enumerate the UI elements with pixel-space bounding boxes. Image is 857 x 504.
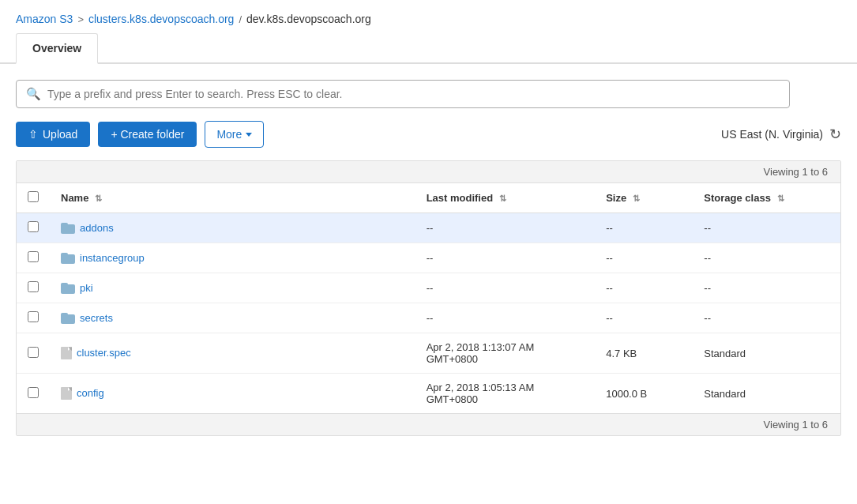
row-storage-class: -- — [693, 303, 840, 333]
header-last-modified[interactable]: Last modified ⇅ — [415, 183, 596, 213]
breadcrumb-sep2: / — [239, 13, 242, 25]
folder-icon — [61, 283, 75, 294]
region-label: US East (N. Virginia) — [721, 128, 823, 141]
breadcrumb: Amazon S3 > clusters.k8s.devopscoach.org… — [0, 0, 857, 33]
more-button[interactable]: More — [205, 121, 264, 148]
row-last-modified: -- — [415, 213, 596, 243]
row-checkbox-cell — [17, 333, 50, 374]
table-row: secrets------ — [17, 303, 840, 333]
header-checkbox-cell — [17, 183, 50, 213]
row-checkbox[interactable] — [28, 221, 39, 232]
row-checkbox[interactable] — [28, 387, 39, 398]
upload-icon: ⇧ — [28, 128, 38, 141]
row-storage-class: Standard — [693, 374, 840, 414]
row-name-cell: instancegroup — [50, 243, 415, 273]
row-name-link[interactable]: addons — [80, 222, 114, 234]
header-storage-label: Storage class — [704, 192, 771, 204]
header-modified-label: Last modified — [427, 192, 494, 204]
header-name[interactable]: Name ⇅ — [50, 183, 415, 213]
create-folder-button[interactable]: + Create folder — [98, 122, 197, 147]
breadcrumb-amazon-s3[interactable]: Amazon S3 — [16, 13, 73, 25]
row-checkbox-cell — [17, 374, 50, 414]
row-name-link[interactable]: instancegroup — [80, 252, 145, 264]
row-checkbox-cell — [17, 243, 50, 273]
row-name-link[interactable]: cluster.spec — [77, 347, 131, 359]
row-last-modified: -- — [415, 243, 596, 273]
header-size-label: Size — [606, 192, 626, 204]
header-size[interactable]: Size ⇅ — [595, 183, 693, 213]
table-row: pki------ — [17, 273, 840, 303]
table-row: addons------ — [17, 213, 840, 243]
upload-label: Upload — [43, 128, 77, 141]
viewing-bottom: Viewing 1 to 6 — [17, 413, 840, 435]
row-name-cell: secrets — [50, 303, 415, 333]
row-checkbox-cell — [17, 213, 50, 243]
row-name-link[interactable]: pki — [80, 282, 93, 294]
search-input[interactable] — [47, 88, 780, 100]
name-sort-icon: ⇅ — [95, 194, 102, 204]
modified-sort-icon: ⇅ — [499, 194, 506, 204]
file-icon — [61, 347, 72, 359]
header-name-label: Name — [61, 192, 88, 204]
row-name-link[interactable]: secrets — [80, 312, 113, 324]
tabs-bar: Overview — [0, 33, 857, 64]
breadcrumb-current: dev.k8s.devopscoach.org — [246, 13, 371, 25]
row-size: 1000.0 B — [595, 374, 693, 414]
table-row: cluster.specApr 2, 2018 1:13:07 AM GMT+0… — [17, 333, 840, 374]
row-name-cell: cluster.spec — [50, 333, 415, 374]
folder-icon — [61, 253, 75, 264]
region-info: US East (N. Virginia) ↻ — [721, 126, 841, 143]
chevron-down-icon — [246, 133, 252, 137]
row-last-modified: -- — [415, 273, 596, 303]
search-icon: 🔍 — [26, 87, 41, 101]
row-last-modified: -- — [415, 303, 596, 333]
row-storage-class: -- — [693, 213, 840, 243]
row-checkbox-cell — [17, 273, 50, 303]
row-storage-class: -- — [693, 273, 840, 303]
row-name-cell: addons — [50, 213, 415, 243]
row-storage-class: Standard — [693, 333, 840, 374]
select-all-checkbox[interactable] — [28, 191, 39, 202]
row-storage-class: -- — [693, 243, 840, 273]
create-folder-label: + Create folder — [111, 128, 184, 141]
tab-overview[interactable]: Overview — [16, 33, 98, 64]
refresh-button[interactable]: ↻ — [829, 126, 841, 143]
upload-button[interactable]: ⇧ Upload — [16, 122, 90, 147]
row-last-modified: Apr 2, 2018 1:05:13 AM GMT+0800 — [415, 374, 596, 414]
row-checkbox[interactable] — [28, 311, 39, 322]
row-size: -- — [595, 213, 693, 243]
table-row: instancegroup------ — [17, 243, 840, 273]
row-size: 4.7 KB — [595, 333, 693, 374]
row-checkbox[interactable] — [28, 251, 39, 262]
storage-sort-icon: ⇅ — [777, 194, 784, 204]
folder-icon — [61, 223, 75, 234]
row-name-cell: config — [50, 374, 415, 414]
file-icon — [61, 387, 72, 400]
table-row: configApr 2, 2018 1:05:13 AM GMT+0800100… — [17, 374, 840, 414]
row-checkbox[interactable] — [28, 347, 39, 358]
row-name-link[interactable]: config — [77, 387, 104, 399]
row-size: -- — [595, 243, 693, 273]
more-label: More — [216, 128, 242, 141]
row-size: -- — [595, 303, 693, 333]
search-bar: 🔍 — [16, 80, 790, 108]
main-content: 🔍 ⇧ Upload + Create folder More US East … — [0, 64, 857, 452]
breadcrumb-clusters[interactable]: clusters.k8s.devopscoach.org — [88, 13, 234, 25]
viewing-top: Viewing 1 to 6 — [17, 161, 840, 183]
breadcrumb-sep1: > — [77, 13, 84, 25]
table-header-row: Name ⇅ Last modified ⇅ Size ⇅ Storage cl… — [17, 183, 840, 213]
files-table-container: Viewing 1 to 6 Name ⇅ Last modified ⇅ — [16, 160, 841, 436]
header-storage-class[interactable]: Storage class ⇅ — [693, 183, 840, 213]
row-checkbox-cell — [17, 303, 50, 333]
folder-icon — [61, 313, 75, 324]
row-checkbox[interactable] — [28, 281, 39, 292]
toolbar: ⇧ Upload + Create folder More US East (N… — [16, 121, 841, 148]
files-table: Name ⇅ Last modified ⇅ Size ⇅ Storage cl… — [17, 183, 840, 413]
row-name-cell: pki — [50, 273, 415, 303]
size-sort-icon: ⇅ — [633, 194, 640, 204]
row-size: -- — [595, 273, 693, 303]
row-last-modified: Apr 2, 2018 1:13:07 AM GMT+0800 — [415, 333, 596, 374]
